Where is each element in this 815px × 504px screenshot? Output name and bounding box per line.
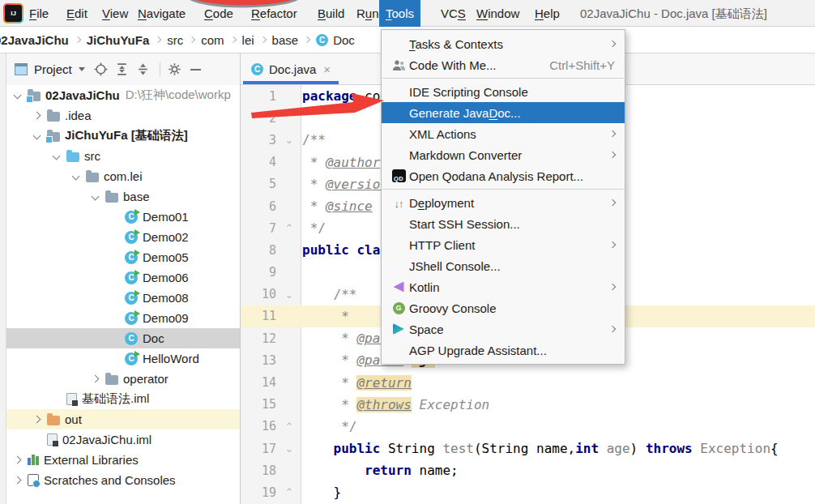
menu-code[interactable]: Code [198,0,240,27]
breadcrumb-com[interactable]: com [201,33,224,47]
project-panel: Project 02JavaJiChuD:\狂神\code\workp .ide… [6,53,241,504]
close-icon[interactable]: × [323,63,331,75]
menu-item-tasks-contexts[interactable]: Tasks & Contexts [382,33,625,54]
chevron-down-icon[interactable] [33,132,41,140]
output-folder-icon [47,416,60,425]
chevron-right-icon[interactable] [92,375,100,383]
project-path: D:\狂神\code\workp [126,88,231,103]
tree-item-base[interactable]: base [6,186,240,207]
source-folder-icon [66,152,79,162]
chevron-down-icon[interactable] [92,193,100,201]
menu-item-agp-upgrade[interactable]: AGP Upgrade Assistant... [382,340,625,361]
breadcrumb-lei[interactable]: lei [242,33,254,47]
chevron-right-icon[interactable] [14,476,22,485]
menu-item-xml-actions[interactable]: XML Actions [382,123,625,144]
tree-item-project-iml[interactable]: 02JavaJiChu.iml [6,429,240,450]
tree-item-demo01[interactable]: Demo01 [6,207,240,227]
tree-item-demo02[interactable]: Demo02 [6,227,240,247]
menu-item-kotlin[interactable]: Kotlin [382,276,625,297]
code-line[interactable]: 14* @return [241,371,815,393]
collapse-all-button[interactable] [134,60,153,79]
tree-item-scratches[interactable]: Scratches and Consoles [6,470,240,490]
tree-item-project-root[interactable]: 02JavaJiChuD:\狂神\code\workp [6,85,240,105]
fold-marker-icon[interactable] [276,288,302,301]
class-icon [125,251,138,264]
chevron-down-icon[interactable] [14,92,22,100]
tree-item-com-lei[interactable]: com.lei [6,166,240,186]
ide-window: IJ File Edit View Navigate Code Refactor… [0,0,815,504]
menu-item-open-qodana[interactable]: Open Qodana Analysis Report... [382,165,625,186]
tree-item-idea[interactable]: .idea [6,105,240,126]
groovy-icon [393,302,405,314]
hide-panel-button[interactable] [186,60,206,79]
menu-file[interactable]: File [23,0,55,27]
breadcrumb-base[interactable]: base [272,33,299,47]
menu-item-start-ssh[interactable]: Start SSH Session... [382,213,625,234]
class-icon [125,332,138,345]
tree-item-demo06[interactable]: Demo06 [6,267,240,288]
code-line[interactable]: 18return name; [241,459,815,481]
breadcrumb-doc[interactable]: Doc [333,33,355,47]
tab-doc-java[interactable]: Doc.java × [243,53,339,84]
chevron-right-icon[interactable] [14,456,22,464]
chevron-down-icon[interactable] [72,173,80,181]
code-line[interactable]: 15* @throws Exception [241,394,815,416]
menu-item-ide-scripting-console[interactable]: IDE Scripting Console [382,81,625,102]
breadcrumb-project[interactable]: 02JavaJiChu [0,33,69,47]
submenu-arrow-icon [609,326,616,332]
menu-navigate[interactable]: Navigate [131,0,192,27]
code-line[interactable]: 17public String test(String name,int age… [241,438,815,459]
fold-marker-icon[interactable] [276,421,302,433]
menu-help[interactable]: Help [528,0,566,27]
menu-tools[interactable]: Tools [379,0,420,27]
tree-item-doc[interactable]: Doc [6,328,240,348]
tree-item-operator[interactable]: operator [6,369,240,389]
menu-item-http-client[interactable]: HTTP Client [382,234,625,255]
expand-all-button[interactable] [113,60,132,79]
submenu-arrow-icon [609,130,616,137]
tree-item-helloword[interactable]: HelloWord [6,348,240,369]
chevron-down-icon[interactable] [79,67,85,71]
chevron-right-icon [229,36,236,43]
settings-button[interactable] [165,60,185,79]
menu-item-space[interactable]: Space [382,318,625,340]
fold-marker-icon[interactable] [276,134,302,146]
menu-item-jshell-console[interactable]: JShell Console... [382,255,625,276]
tree-item-jichuyufa[interactable]: JiChuYuFa [基础语法] [6,126,240,146]
menu-item-generate-javadoc[interactable]: Generate JavaDoc... [382,102,625,123]
fold-marker-icon[interactable] [276,222,302,234]
chevron-right-icon[interactable] [33,112,41,120]
menu-build[interactable]: Build [311,0,351,27]
fold-marker-icon[interactable] [276,486,302,498]
chevron-down-icon[interactable] [53,152,61,160]
menu-window[interactable]: Window [470,0,526,27]
tree-item-demo05[interactable]: Demo05 [6,247,240,267]
libraries-icon [28,454,39,466]
project-panel-title[interactable]: Project [34,62,72,76]
menu-item-deployment[interactable]: Deployment [382,192,625,213]
expand-all-icon [115,62,129,76]
tree-item-demo08[interactable]: Demo08 [6,288,240,308]
menu-edit[interactable]: Edit [60,0,94,27]
breadcrumb-src[interactable]: src [167,33,183,47]
breadcrumb-module[interactable]: JiChuYuFa [87,33,150,47]
menu-view[interactable]: View [96,0,134,27]
tree-item-demo09[interactable]: Demo09 [6,308,240,328]
tree-item-out[interactable]: out [6,409,240,429]
chevron-right-icon[interactable] [33,416,41,424]
tree-item-src[interactable]: src [6,146,240,166]
code-line[interactable]: 16*/ [241,416,815,438]
menu-refactor[interactable]: Refactor [245,0,304,27]
menu-vcs[interactable]: VCS [434,0,472,27]
tree-item-jichuyufa-iml[interactable]: 基础语法.iml [6,389,240,409]
menu-item-groovy-console[interactable]: Groovy Console [382,297,625,318]
submenu-arrow-icon [609,41,616,47]
tree-item-external-libraries[interactable]: External Libraries [6,450,240,470]
class-icon [125,312,138,325]
code-line[interactable]: 19} [241,481,815,503]
locate-file-button[interactable] [92,60,111,79]
fold-marker-icon[interactable] [276,442,302,455]
chevron-right-icon [74,36,80,43]
menu-item-code-with-me[interactable]: Code With Me...Ctrl+Shift+Y [382,54,625,75]
menu-item-markdown-converter[interactable]: Markdown Converter [382,144,625,165]
